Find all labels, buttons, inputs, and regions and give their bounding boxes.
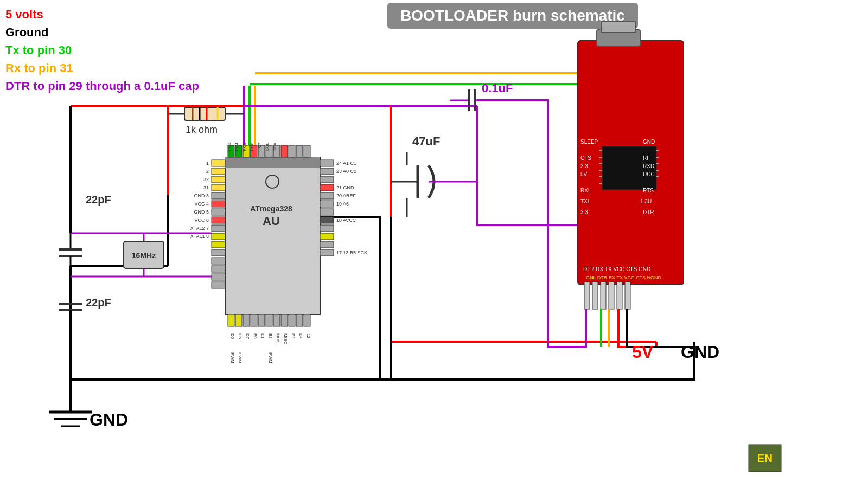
svg-text:GNL DTR RX TX VCC CTS NGND: GNL DTR RX TX VCC CTS NGND (586, 275, 662, 280)
svg-text:RI: RI (643, 155, 648, 161)
svg-text:GND: GND (643, 139, 655, 145)
svg-text:32: 32 (203, 177, 209, 182)
svg-rect-168 (609, 282, 614, 309)
svg-rect-62 (296, 145, 303, 157)
svg-rect-81 (304, 314, 310, 326)
svg-text:AU: AU (263, 214, 280, 228)
svg-rect-45 (320, 249, 334, 256)
svg-text:MISO: MISO (283, 333, 288, 344)
svg-text:B2: B2 (268, 333, 273, 339)
svg-rect-75 (258, 314, 265, 326)
svg-text:GND 3: GND 3 (194, 193, 209, 198)
svg-rect-74 (251, 314, 257, 326)
svg-text:PC5: PC5 (242, 142, 247, 151)
svg-rect-43 (320, 233, 334, 240)
svg-text:31: 31 (203, 185, 209, 190)
svg-text:PC4: PC4 (234, 142, 239, 151)
svg-rect-80 (296, 314, 303, 326)
svg-text:B4: B4 (298, 333, 303, 339)
svg-text:20 AREF: 20 AREF (336, 193, 356, 198)
svg-text:1: 1 (206, 160, 209, 166)
svg-text:B1: B1 (260, 333, 265, 339)
svg-text:PC3: PC3 (227, 142, 232, 151)
svg-rect-22 (212, 274, 225, 280)
svg-text:B0: B0 (253, 333, 258, 339)
svg-rect-11 (212, 184, 225, 191)
svg-text:VCC 6: VCC 6 (194, 217, 209, 223)
svg-text:UCC: UCC (643, 171, 655, 177)
svg-text:D5: D5 (230, 333, 235, 339)
svg-rect-136 (601, 22, 636, 33)
svg-rect-78 (281, 314, 288, 326)
svg-rect-34 (320, 160, 334, 166)
svg-text:RXL: RXL (580, 188, 591, 194)
svg-text:D7: D7 (245, 333, 250, 339)
svg-rect-8 (212, 160, 225, 166)
svg-rect-98 (184, 107, 225, 120)
svg-text:PWM: PWM (268, 352, 273, 363)
svg-rect-165 (584, 282, 590, 309)
svg-text:EN: EN (757, 452, 773, 464)
svg-rect-9 (212, 168, 225, 175)
svg-rect-20 (212, 258, 225, 264)
svg-text:SCL: SCL (265, 142, 270, 151)
svg-point-96 (266, 175, 279, 188)
svg-text:C7: C7 (257, 142, 262, 148)
svg-rect-10 (212, 176, 225, 183)
svg-rect-167 (601, 282, 606, 309)
svg-rect-12 (212, 192, 225, 199)
svg-rect-38 (320, 192, 334, 199)
svg-rect-72 (235, 314, 242, 326)
svg-text:SLEEP: SLEEP (580, 139, 598, 145)
svg-text:D6: D6 (238, 333, 242, 339)
svg-rect-42 (320, 225, 334, 232)
svg-rect-109 (401, 152, 472, 222)
svg-text:19 A6: 19 A6 (336, 201, 349, 207)
svg-text:SDA: SDA (272, 142, 277, 151)
svg-text:0.1uF: 0.1uF (482, 81, 513, 95)
svg-rect-63 (304, 145, 310, 157)
svg-text:2: 2 (206, 169, 209, 174)
svg-rect-36 (320, 176, 334, 183)
svg-rect-37 (320, 184, 334, 191)
svg-rect-40 (320, 209, 334, 215)
svg-text:18 AVCC: 18 AVCC (336, 217, 356, 223)
svg-rect-23 (212, 282, 225, 288)
svg-rect-13 (212, 201, 225, 207)
svg-text:17 13 B5 SCK: 17 13 B5 SCK (336, 250, 367, 255)
svg-text:DTR RX TX VCC CTS GND: DTR RX TX VCC CTS GND (583, 266, 650, 272)
svg-text:12: 12 (306, 333, 311, 338)
svg-text:DTR: DTR (643, 209, 654, 215)
svg-text:1k ohm: 1k ohm (186, 124, 218, 135)
svg-rect-15 (212, 217, 225, 223)
svg-text:PWM: PWM (238, 352, 242, 363)
svg-text:ATmega328: ATmega328 (250, 204, 292, 213)
svg-text:GND: GND (90, 410, 128, 429)
svg-rect-170 (625, 282, 630, 309)
svg-rect-77 (273, 314, 280, 326)
svg-text:21 GND: 21 GND (336, 185, 354, 190)
svg-rect-60 (281, 145, 288, 157)
svg-text:MOSI: MOSI (276, 333, 280, 344)
svg-rect-18 (212, 241, 225, 248)
svg-text:XTAL1 8: XTAL1 8 (190, 234, 209, 239)
svg-rect-61 (289, 145, 295, 157)
svg-text:5V: 5V (580, 171, 588, 177)
svg-text:24 A1 C1: 24 A1 C1 (336, 160, 356, 166)
svg-text:RTS: RTS (643, 188, 654, 194)
svg-text:23 A0 C0: 23 A0 C0 (336, 169, 356, 174)
svg-text:5V: 5V (632, 342, 654, 362)
svg-rect-71 (228, 314, 234, 326)
svg-rect-41 (320, 217, 334, 223)
svg-text:3.3: 3.3 (580, 209, 588, 215)
svg-text:22pF: 22pF (86, 194, 111, 206)
svg-rect-169 (617, 282, 622, 309)
svg-rect-35 (320, 168, 334, 175)
svg-text:GND 5: GND 5 (194, 209, 209, 215)
svg-text:3.3: 3.3 (580, 163, 588, 169)
svg-text:22pF: 22pF (86, 297, 111, 309)
svg-rect-16 (212, 225, 225, 232)
svg-text:47uF: 47uF (412, 134, 440, 148)
svg-text:TXL: TXL (580, 198, 591, 204)
svg-text:RXD: RXD (643, 163, 654, 169)
